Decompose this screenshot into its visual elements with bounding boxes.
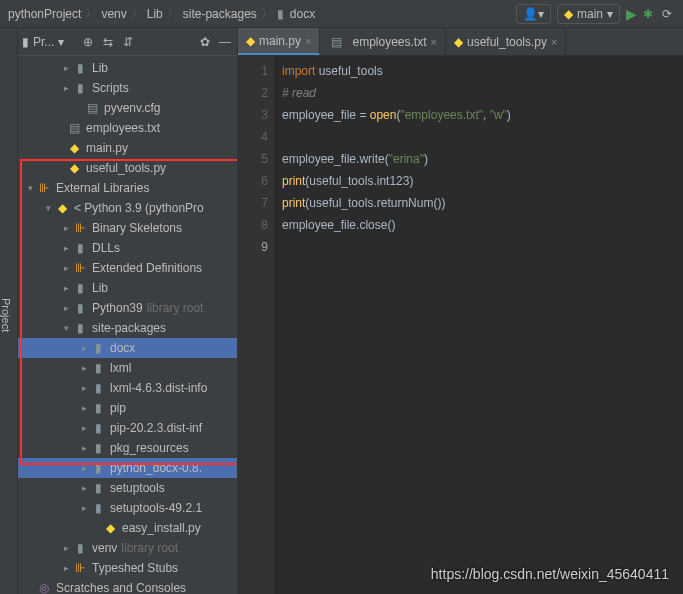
tree-item-ext-defs[interactable]: ⊪Extended Definitions [18, 258, 237, 278]
folder-icon: ▮ [90, 381, 106, 395]
folder-icon: ▮ [90, 501, 106, 515]
watermark: https://blog.csdn.net/weixin_45640411 [431, 566, 669, 582]
folder-icon: ▮ [90, 341, 106, 355]
python-icon: ◆ [454, 35, 463, 49]
close-icon[interactable]: × [431, 36, 437, 48]
editor-tabs: ◆main.py× ▤employees.txt× ◆useful_tools.… [238, 28, 683, 56]
tree-item-binary-skeletons[interactable]: ⊪Binary Skeletons [18, 218, 237, 238]
user-button[interactable]: 👤▾ [516, 4, 551, 24]
run-with-coverage-icon[interactable]: ⟳ [659, 7, 675, 21]
folder-icon: ▮ [72, 301, 88, 315]
python-icon: ◆ [246, 34, 255, 48]
library-icon: ⊪ [72, 561, 88, 575]
python-icon: ◆ [564, 7, 573, 21]
library-icon: ⊪ [36, 181, 52, 195]
python-icon: ◆ [102, 521, 118, 535]
text-icon: ▤ [328, 35, 344, 49]
crumb[interactable]: pythonProject [8, 7, 81, 21]
tree-item-typeshed[interactable]: ⊪Typeshed Stubs [18, 558, 237, 578]
folder-icon: ▮ [90, 481, 106, 495]
tree-item-lib[interactable]: ▮Lib [18, 58, 237, 78]
tree-item-scratches[interactable]: ◎Scratches and Consoles [18, 578, 237, 594]
tab-main[interactable]: ◆main.py× [238, 28, 320, 55]
tree-item-python39-dir[interactable]: ▮Python39library root [18, 298, 237, 318]
python-icon: ◆ [66, 141, 82, 155]
text-icon: ▤ [66, 121, 82, 135]
tree-item-docx[interactable]: ▮docx [18, 338, 237, 358]
run-config-dropdown[interactable]: ◆main ▾ [557, 4, 620, 24]
tree-item-external-libs[interactable]: ⊪External Libraries [18, 178, 237, 198]
project-panel: ▮ Pr... ▾ ⊕ ⇆ ⇵ ✿ — ▮Lib ▮Scripts ▤pyven… [18, 28, 238, 594]
library-icon: ⊪ [72, 221, 88, 235]
folder-icon: ▮ [90, 441, 106, 455]
tree-item-easy-install[interactable]: ◆easy_install.py [18, 518, 237, 538]
breadcrumbs: pythonProject〉 venv〉 Lib〉 site-packages〉… [8, 5, 516, 22]
tree-item-python39[interactable]: ◆< Python 3.9 (pythonPro [18, 198, 237, 218]
tree-item-python-docx[interactable]: ▮python_docx-0.8. [18, 458, 237, 478]
project-tree: ▮Lib ▮Scripts ▤pyvenv.cfg ▤employees.txt… [18, 56, 237, 594]
scratch-icon: ◎ [36, 581, 52, 594]
file-icon: ▤ [84, 101, 100, 115]
folder-icon: ▮ [90, 461, 106, 475]
editor-area: ◆main.py× ▤employees.txt× ◆useful_tools.… [238, 28, 683, 594]
locate-icon[interactable]: ⊕ [80, 35, 96, 49]
folder-icon: ▮ [277, 7, 284, 21]
folder-icon: ▮ [90, 421, 106, 435]
collapse-icon[interactable]: ⇵ [120, 35, 136, 49]
tree-item-venv2[interactable]: ▮venvlibrary root [18, 538, 237, 558]
tree-item-pyvenv[interactable]: ▤pyvenv.cfg [18, 98, 237, 118]
breadcrumb-bar: pythonProject〉 venv〉 Lib〉 site-packages〉… [0, 0, 683, 28]
tree-item-employees[interactable]: ▤employees.txt [18, 118, 237, 138]
tree-item-site-packages[interactable]: ▮site-packages [18, 318, 237, 338]
library-icon: ⊪ [72, 261, 88, 275]
folder-icon: ▮ [90, 401, 106, 415]
expand-icon[interactable]: ⇆ [100, 35, 116, 49]
tree-item-pip[interactable]: ▮pip [18, 398, 237, 418]
tree-item-setuptools-dist[interactable]: ▮setuptools-49.2.1 [18, 498, 237, 518]
hide-icon[interactable]: — [217, 35, 233, 49]
close-icon[interactable]: × [305, 35, 311, 47]
crumb[interactable]: venv [101, 7, 126, 21]
folder-icon: ▮ [72, 321, 88, 335]
tree-item-scripts[interactable]: ▮Scripts [18, 78, 237, 98]
python-icon: ◆ [54, 201, 70, 215]
settings-icon[interactable]: ✿ [197, 35, 213, 49]
crumb[interactable]: site-packages [183, 7, 257, 21]
folder-icon: ▮ [72, 541, 88, 555]
crumb[interactable]: docx [290, 7, 315, 21]
python-icon: ◆ [66, 161, 82, 175]
project-tool-tab[interactable]: Project [0, 28, 18, 594]
crumb[interactable]: Lib [147, 7, 163, 21]
code-content[interactable]: import useful_tools # read employee_file… [274, 56, 683, 594]
tree-item-useful-tools[interactable]: ◆useful_tools.py [18, 158, 237, 178]
run-icon[interactable]: ▶ [626, 6, 637, 22]
tree-item-lib2[interactable]: ▮Lib [18, 278, 237, 298]
close-icon[interactable]: × [551, 36, 557, 48]
tree-item-dlls[interactable]: ▮DLLs [18, 238, 237, 258]
tree-item-main[interactable]: ◆main.py [18, 138, 237, 158]
tab-employees[interactable]: ▤employees.txt× [320, 28, 445, 55]
folder-icon: ▮ [72, 61, 88, 75]
panel-title[interactable]: ▮ Pr... ▾ [22, 35, 76, 49]
folder-icon: ▮ [72, 81, 88, 95]
tree-item-setuptools[interactable]: ▮setuptools [18, 478, 237, 498]
debug-icon[interactable]: ✱ [643, 7, 653, 21]
tree-item-lxml[interactable]: ▮lxml [18, 358, 237, 378]
gutter: 123456789 [238, 56, 274, 594]
folder-icon: ▮ [72, 281, 88, 295]
tree-item-lxml-dist[interactable]: ▮lxml-4.6.3.dist-info [18, 378, 237, 398]
tree-item-pkg-resources[interactable]: ▮pkg_resources [18, 438, 237, 458]
tree-item-pip-dist[interactable]: ▮pip-20.2.3.dist-inf [18, 418, 237, 438]
folder-icon: ▮ [72, 241, 88, 255]
code-editor[interactable]: 123456789 import useful_tools # read emp… [238, 56, 683, 594]
tab-useful-tools[interactable]: ◆useful_tools.py× [446, 28, 567, 55]
folder-icon: ▮ [90, 361, 106, 375]
